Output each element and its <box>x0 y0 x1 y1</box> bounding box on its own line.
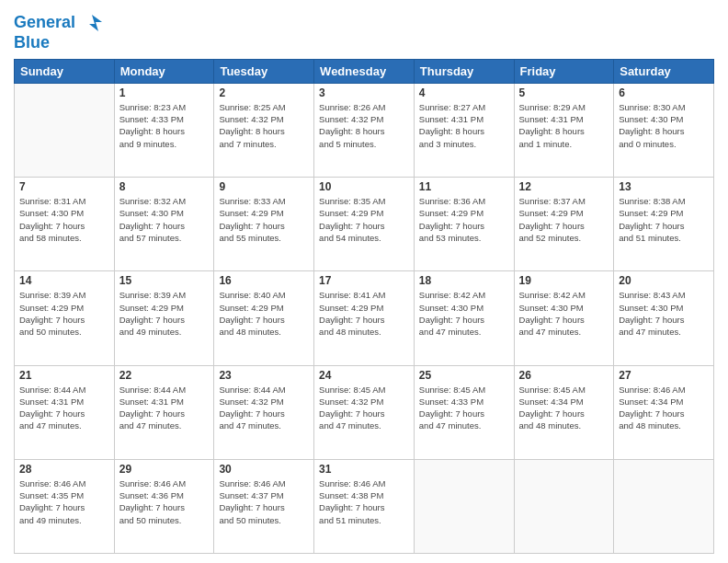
day-info: Sunrise: 8:32 AM Sunset: 4:30 PM Dayligh… <box>119 195 210 244</box>
day-number: 24 <box>319 369 409 382</box>
day-info: Sunrise: 8:45 AM Sunset: 4:34 PM Dayligh… <box>519 384 609 432</box>
day-number: 23 <box>219 369 309 382</box>
day-number: 15 <box>119 274 210 287</box>
page: General Blue SundayMondayTuesdayWednesda… <box>0 0 728 563</box>
day-number: 2 <box>219 86 309 99</box>
calendar-cell: 25Sunrise: 8:45 AM Sunset: 4:33 PM Dayli… <box>414 365 514 459</box>
day-number: 8 <box>119 180 210 193</box>
day-info: Sunrise: 8:25 AM Sunset: 4:32 PM Dayligh… <box>219 101 309 150</box>
day-info: Sunrise: 8:45 AM Sunset: 4:33 PM Dayligh… <box>419 384 509 432</box>
calendar-cell: 16Sunrise: 8:40 AM Sunset: 4:29 PM Dayli… <box>214 271 314 365</box>
day-info: Sunrise: 8:44 AM Sunset: 4:32 PM Dayligh… <box>219 384 309 432</box>
day-info: Sunrise: 8:38 AM Sunset: 4:29 PM Dayligh… <box>619 195 709 244</box>
day-number: 6 <box>619 86 709 99</box>
calendar-cell: 3Sunrise: 8:26 AM Sunset: 4:32 PM Daylig… <box>314 83 415 177</box>
calendar-cell: 29Sunrise: 8:46 AM Sunset: 4:36 PM Dayli… <box>114 459 214 553</box>
day-info: Sunrise: 8:46 AM Sunset: 4:35 PM Dayligh… <box>19 477 109 526</box>
calendar-week-3: 14Sunrise: 8:39 AM Sunset: 4:29 PM Dayli… <box>15 271 714 365</box>
day-number: 19 <box>519 274 609 287</box>
calendar-cell: 1Sunrise: 8:23 AM Sunset: 4:33 PM Daylig… <box>114 83 214 177</box>
day-number: 5 <box>519 86 609 99</box>
day-info: Sunrise: 8:35 AM Sunset: 4:29 PM Dayligh… <box>319 195 409 244</box>
calendar-cell: 4Sunrise: 8:27 AM Sunset: 4:31 PM Daylig… <box>414 83 514 177</box>
weekday-header-tuesday: Tuesday <box>214 59 314 83</box>
day-info: Sunrise: 8:44 AM Sunset: 4:31 PM Dayligh… <box>19 384 109 432</box>
day-number: 11 <box>419 180 509 193</box>
day-number: 22 <box>119 369 210 382</box>
day-info: Sunrise: 8:23 AM Sunset: 4:33 PM Dayligh… <box>119 101 210 150</box>
calendar-cell <box>414 459 514 553</box>
svg-marker-0 <box>89 15 102 31</box>
day-number: 4 <box>419 86 509 99</box>
calendar-cell: 13Sunrise: 8:38 AM Sunset: 4:29 PM Dayli… <box>614 178 714 271</box>
day-info: Sunrise: 8:37 AM Sunset: 4:29 PM Dayligh… <box>519 195 609 244</box>
calendar-cell: 22Sunrise: 8:44 AM Sunset: 4:31 PM Dayli… <box>114 365 214 459</box>
calendar-cell: 5Sunrise: 8:29 AM Sunset: 4:31 PM Daylig… <box>514 83 614 177</box>
day-number: 7 <box>19 180 109 193</box>
day-number: 9 <box>219 180 309 193</box>
calendar-cell: 18Sunrise: 8:42 AM Sunset: 4:30 PM Dayli… <box>414 271 514 365</box>
day-number: 21 <box>19 369 109 382</box>
day-number: 16 <box>219 274 309 287</box>
day-info: Sunrise: 8:30 AM Sunset: 4:30 PM Dayligh… <box>619 101 709 150</box>
day-info: Sunrise: 8:46 AM Sunset: 4:36 PM Dayligh… <box>119 477 210 526</box>
day-number: 31 <box>319 463 409 476</box>
day-info: Sunrise: 8:27 AM Sunset: 4:31 PM Dayligh… <box>419 101 509 150</box>
day-number: 13 <box>619 180 709 193</box>
day-info: Sunrise: 8:29 AM Sunset: 4:31 PM Dayligh… <box>519 101 609 150</box>
calendar-cell: 28Sunrise: 8:46 AM Sunset: 4:35 PM Dayli… <box>15 459 115 553</box>
calendar-cell: 2Sunrise: 8:25 AM Sunset: 4:32 PM Daylig… <box>214 83 314 177</box>
logo: General Blue <box>14 13 102 53</box>
day-number: 28 <box>19 463 109 476</box>
day-info: Sunrise: 8:44 AM Sunset: 4:31 PM Dayligh… <box>119 384 210 432</box>
day-info: Sunrise: 8:40 AM Sunset: 4:29 PM Dayligh… <box>219 289 309 338</box>
calendar-cell: 30Sunrise: 8:46 AM Sunset: 4:37 PM Dayli… <box>214 459 314 553</box>
day-info: Sunrise: 8:39 AM Sunset: 4:29 PM Dayligh… <box>119 289 210 338</box>
calendar-cell: 20Sunrise: 8:43 AM Sunset: 4:30 PM Dayli… <box>614 271 714 365</box>
day-number: 25 <box>419 369 509 382</box>
calendar-cell: 14Sunrise: 8:39 AM Sunset: 4:29 PM Dayli… <box>15 271 115 365</box>
day-info: Sunrise: 8:36 AM Sunset: 4:29 PM Dayligh… <box>419 195 509 244</box>
calendar-cell: 26Sunrise: 8:45 AM Sunset: 4:34 PM Dayli… <box>514 365 614 459</box>
calendar-cell: 27Sunrise: 8:46 AM Sunset: 4:34 PM Dayli… <box>614 365 714 459</box>
calendar-cell <box>614 459 714 553</box>
calendar-cell: 31Sunrise: 8:46 AM Sunset: 4:38 PM Dayli… <box>314 459 415 553</box>
calendar-cell: 9Sunrise: 8:33 AM Sunset: 4:29 PM Daylig… <box>214 178 314 271</box>
weekday-header-sunday: Sunday <box>15 59 115 83</box>
day-number: 10 <box>319 180 409 193</box>
calendar-week-5: 28Sunrise: 8:46 AM Sunset: 4:35 PM Dayli… <box>15 459 714 553</box>
calendar-cell: 21Sunrise: 8:44 AM Sunset: 4:31 PM Dayli… <box>15 365 115 459</box>
calendar-cell: 24Sunrise: 8:45 AM Sunset: 4:32 PM Dayli… <box>314 365 415 459</box>
calendar-table: SundayMondayTuesdayWednesdayThursdayFrid… <box>14 59 714 554</box>
day-number: 30 <box>219 463 309 476</box>
weekday-header-friday: Friday <box>514 59 614 83</box>
calendar-cell: 11Sunrise: 8:36 AM Sunset: 4:29 PM Dayli… <box>414 178 514 271</box>
calendar-week-1: 1Sunrise: 8:23 AM Sunset: 4:33 PM Daylig… <box>15 83 714 177</box>
logo-blue: Blue <box>14 33 102 53</box>
calendar-week-2: 7Sunrise: 8:31 AM Sunset: 4:30 PM Daylig… <box>15 178 714 271</box>
calendar-cell: 10Sunrise: 8:35 AM Sunset: 4:29 PM Dayli… <box>314 178 415 271</box>
day-info: Sunrise: 8:39 AM Sunset: 4:29 PM Dayligh… <box>19 289 109 338</box>
calendar-cell: 6Sunrise: 8:30 AM Sunset: 4:30 PM Daylig… <box>614 83 714 177</box>
day-number: 12 <box>519 180 609 193</box>
header: General Blue <box>14 9 714 53</box>
day-info: Sunrise: 8:46 AM Sunset: 4:34 PM Dayligh… <box>619 384 709 432</box>
day-number: 14 <box>19 274 109 287</box>
calendar-cell: 7Sunrise: 8:31 AM Sunset: 4:30 PM Daylig… <box>15 178 115 271</box>
day-info: Sunrise: 8:46 AM Sunset: 4:37 PM Dayligh… <box>219 477 309 526</box>
calendar-cell: 15Sunrise: 8:39 AM Sunset: 4:29 PM Dayli… <box>114 271 214 365</box>
weekday-header-monday: Monday <box>114 59 214 83</box>
calendar-cell: 12Sunrise: 8:37 AM Sunset: 4:29 PM Dayli… <box>514 178 614 271</box>
calendar-week-4: 21Sunrise: 8:44 AM Sunset: 4:31 PM Dayli… <box>15 365 714 459</box>
weekday-header-thursday: Thursday <box>414 59 514 83</box>
calendar-cell: 8Sunrise: 8:32 AM Sunset: 4:30 PM Daylig… <box>114 178 214 271</box>
day-number: 17 <box>319 274 409 287</box>
day-info: Sunrise: 8:45 AM Sunset: 4:32 PM Dayligh… <box>319 384 409 432</box>
day-info: Sunrise: 8:43 AM Sunset: 4:30 PM Dayligh… <box>619 289 709 338</box>
calendar-header-row: SundayMondayTuesdayWednesdayThursdayFrid… <box>15 59 714 83</box>
day-number: 29 <box>119 463 210 476</box>
day-number: 26 <box>519 369 609 382</box>
day-info: Sunrise: 8:41 AM Sunset: 4:29 PM Dayligh… <box>319 289 409 338</box>
day-number: 1 <box>119 86 210 99</box>
day-info: Sunrise: 8:42 AM Sunset: 4:30 PM Dayligh… <box>519 289 609 338</box>
